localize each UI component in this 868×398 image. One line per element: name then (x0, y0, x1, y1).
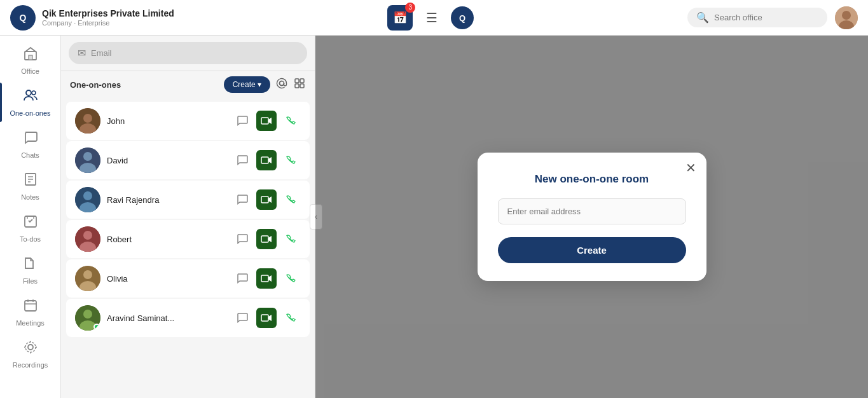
header: Q Qik Enterprises Private Limited Compan… (0, 0, 868, 36)
contact-avatar-aravind (75, 305, 100, 331)
sidebar-item-notes[interactable]: Notes (5, 167, 56, 206)
svg-point-38 (83, 191, 92, 200)
svg-rect-32 (261, 118, 268, 124)
company-type: Company · Enterprise (42, 19, 174, 27)
modal-create-button[interactable]: Create (498, 237, 686, 263)
svg-rect-27 (295, 84, 299, 88)
avatar[interactable] (835, 6, 858, 29)
sidebar-item-label-todos: To-dos (20, 235, 41, 243)
company-logo-section: Q Qik Enterprises Private Limited Compan… (10, 5, 174, 31)
sidebar-item-recordings[interactable]: Recordings (5, 334, 56, 374)
list-panel-search-area: ✉ Email (61, 36, 315, 71)
contact-name-ravi: Ravi Rajendra (107, 195, 226, 205)
contact-avatar-olivia (75, 266, 100, 291)
video-button-david[interactable] (256, 150, 277, 170)
contact-actions-ravi (232, 189, 301, 210)
chat-button-aravind[interactable] (232, 308, 252, 328)
sidebar: Office One-on-ones Chats Notes To-dos (0, 36, 61, 398)
contact-name-david: David (107, 156, 226, 165)
modal-title: New one-on-one room (535, 173, 649, 186)
sidebar-item-label-meetings: Meetings (16, 319, 45, 327)
sidebar-item-label-recordings: Recordings (13, 361, 48, 369)
contact-item-david[interactable]: David (66, 141, 310, 179)
search-bar[interactable]: 🔍 (687, 8, 827, 27)
notes-icon (23, 172, 38, 191)
svg-point-23 (25, 342, 36, 352)
mention-icon[interactable] (275, 77, 288, 93)
video-button-ravi[interactable] (256, 189, 277, 210)
modal-email-input[interactable] (498, 198, 686, 224)
search-input[interactable] (714, 13, 818, 22)
calendar-badge: 3 (405, 3, 415, 13)
list-panel-header: One-on-ones Create ▾ (61, 71, 315, 98)
chat-button-robert[interactable] (232, 229, 252, 249)
phone-button-aravind[interactable] (280, 308, 301, 328)
contact-list: John David (61, 98, 315, 398)
contact-item-ravi[interactable]: Ravi Rajendra (66, 181, 310, 219)
phone-button-david[interactable] (280, 150, 301, 170)
svg-rect-40 (261, 196, 268, 203)
contact-avatar-john (75, 108, 100, 134)
video-button-robert[interactable] (256, 229, 277, 249)
svg-point-9 (26, 90, 31, 95)
svg-point-42 (83, 231, 92, 240)
hamburger-menu-button[interactable]: ☰ (420, 6, 443, 29)
create-button[interactable]: Create ▾ (224, 76, 270, 93)
phone-button-olivia[interactable] (280, 268, 301, 289)
app-q-logo: Q (451, 6, 474, 29)
contact-name-aravind: Aravind Saminat... (107, 313, 226, 323)
recordings-icon (23, 340, 38, 359)
sidebar-item-meetings[interactable]: Meetings (5, 292, 56, 332)
calendar-button[interactable]: 📅 3 (387, 5, 413, 31)
contact-actions-robert (232, 229, 301, 249)
svg-rect-36 (261, 157, 268, 163)
svg-point-50 (83, 310, 92, 319)
video-button-aravind[interactable] (256, 308, 277, 328)
expand-icon[interactable] (293, 77, 306, 93)
sidebar-item-label-files: Files (23, 277, 38, 285)
svg-rect-18 (25, 301, 36, 311)
meetings-icon (23, 298, 38, 317)
contact-avatar-robert (75, 226, 100, 252)
list-panel-title: One-on-ones (70, 80, 219, 90)
sidebar-item-chats[interactable]: Chats (5, 125, 56, 164)
chat-button-john[interactable] (232, 111, 252, 131)
svg-rect-52 (261, 315, 268, 321)
contact-name-olivia: Olivia (107, 274, 226, 284)
contact-avatar-ravi (75, 187, 100, 212)
modal-close-button[interactable]: ✕ (685, 161, 696, 174)
svg-point-30 (83, 114, 92, 123)
contact-item-robert[interactable]: Robert (66, 220, 310, 258)
chat-button-olivia[interactable] (232, 268, 252, 289)
svg-text:Q: Q (459, 13, 465, 23)
phone-button-ravi[interactable] (280, 189, 301, 210)
sidebar-item-label-notes: Notes (21, 193, 39, 201)
phone-button-john[interactable] (280, 111, 301, 131)
sidebar-item-label-office: Office (21, 67, 39, 75)
sidebar-item-files[interactable]: Files (5, 250, 56, 290)
contact-avatar-david (75, 148, 100, 173)
todos-icon (23, 214, 38, 233)
sidebar-item-todos[interactable]: To-dos (5, 209, 56, 248)
contact-item-aravind[interactable]: Aravind Saminat... (66, 299, 310, 337)
calendar-icon: 📅 (393, 11, 407, 25)
list-search-bar[interactable]: ✉ Email (69, 42, 307, 64)
contact-item-olivia[interactable]: Olivia (66, 259, 310, 298)
svg-rect-26 (300, 79, 304, 83)
svg-rect-44 (261, 236, 268, 242)
new-room-modal: ✕ New one-on-one room Create (478, 153, 706, 281)
chat-button-ravi[interactable] (232, 189, 252, 210)
video-button-john[interactable] (256, 111, 277, 131)
contact-name-john: John (107, 116, 226, 126)
svg-point-5 (842, 11, 851, 20)
svg-text:Q: Q (20, 13, 27, 23)
phone-button-robert[interactable] (280, 229, 301, 249)
sidebar-item-office[interactable]: Office (5, 41, 56, 80)
company-logo-icon: Q (10, 5, 36, 31)
sidebar-item-one-on-ones[interactable]: One-on-ones (5, 83, 56, 122)
modal-overlay[interactable]: ✕ New one-on-one room Create (315, 36, 868, 398)
contact-item-john[interactable]: John (66, 102, 310, 140)
video-button-olivia[interactable] (256, 268, 277, 289)
chat-button-david[interactable] (232, 150, 252, 170)
contact-actions-john (232, 111, 301, 131)
